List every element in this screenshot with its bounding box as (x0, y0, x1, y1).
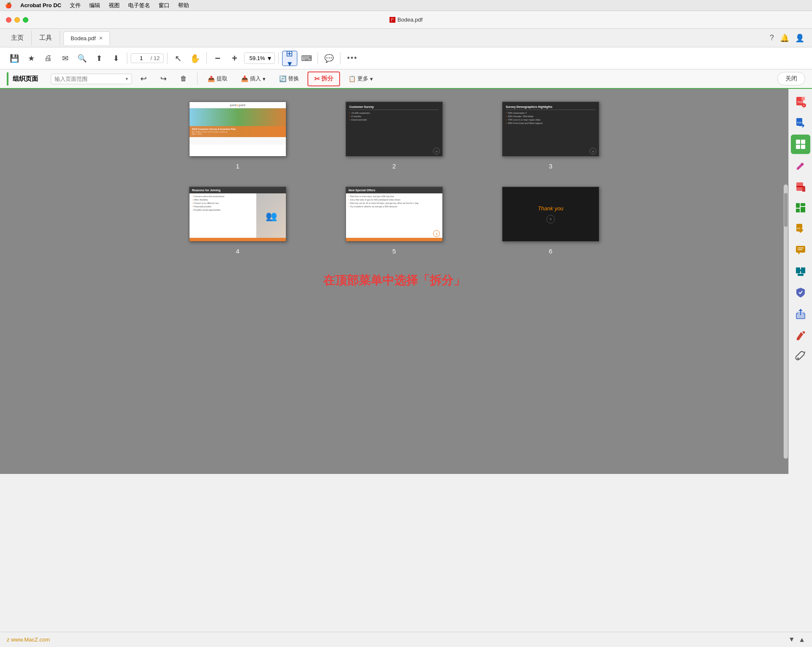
more-actions[interactable]: ••• (344, 52, 361, 64)
save-button[interactable]: 💾 (7, 51, 22, 66)
page-item-1[interactable]: point◎point 2018 Customer Survey & Incen… (170, 102, 305, 170)
tab-doc-label: Bodea.pdf (71, 35, 96, 41)
slide-4-item-5: Provides social opportunities (194, 209, 221, 211)
page-item-2[interactable]: Customer Survey •22,000 customers •6 mon… (326, 102, 462, 170)
page-item-6[interactable]: Thank you ⊕ 6 (483, 187, 618, 255)
slide-2-title: Customer Survey (349, 105, 439, 110)
replace-button[interactable]: 🔄 替换 (274, 72, 304, 85)
menu-view[interactable]: 视图 (109, 2, 120, 9)
separator-7 (197, 73, 198, 85)
apple-menu[interactable]: 🍎 (5, 2, 12, 8)
pdf-viewport[interactable]: point◎point 2018 Customer Survey & Incen… (0, 89, 788, 474)
more-dropdown-icon: ▾ (370, 76, 373, 82)
menu-window[interactable]: 窗口 (159, 2, 170, 9)
sidebar-tools[interactable] (791, 346, 810, 366)
tab-close-button[interactable]: ✕ (99, 36, 103, 41)
sidebar-pdf-create[interactable]: PDF+ (791, 92, 810, 112)
svg-rect-11 (801, 145, 805, 149)
page-range-field[interactable] (55, 76, 126, 82)
page-range-input[interactable]: ▾ (51, 74, 132, 84)
more-button[interactable]: 📋 更多 ▾ (343, 72, 378, 85)
comment-button[interactable]: 💬 (321, 51, 337, 66)
print-button[interactable]: 🖨 (41, 51, 56, 66)
minimize-button[interactable] (14, 17, 20, 22)
bookmark-button[interactable]: ★ (24, 51, 39, 66)
slide-4-item-4: Financially prudent (194, 205, 211, 208)
download-button[interactable]: ⬇ (108, 51, 123, 66)
page-thumb-6: Thank you ⊕ (502, 187, 599, 242)
sidebar-export-pdf[interactable]: PDF (791, 113, 810, 133)
slide-3-title: Survey Demographics Highlights (506, 105, 595, 110)
separator-5 (318, 52, 318, 64)
page-item-4[interactable]: Reasons for Joining •Concerns about the … (170, 187, 305, 255)
sidebar-combine[interactable] (791, 262, 810, 281)
close-button[interactable] (6, 17, 11, 22)
split-button[interactable]: ✂ 拆分 (307, 72, 340, 86)
cursor-tool[interactable]: ↖ (171, 51, 186, 66)
right-sidebar: PDF+ PDF PDF (788, 89, 812, 474)
svg-marker-24 (798, 253, 800, 255)
menu-file[interactable]: 文件 (70, 2, 81, 9)
tab-tools[interactable]: 工具 (32, 30, 60, 45)
sidebar-fill-sign[interactable] (791, 325, 810, 344)
page-item-5[interactable]: New Special Offers •Rent four or more da… (326, 187, 462, 255)
redo-button[interactable]: ↪ (155, 72, 172, 86)
slide-5-item-2: Get a free tank of gas for 500 point2poi… (350, 198, 401, 201)
tab-home[interactable]: 主页 (3, 30, 32, 45)
insert-icon: 📥 (241, 75, 248, 82)
nav-next[interactable]: ▲ (798, 636, 805, 644)
hand-tool[interactable]: ✋ (188, 51, 203, 66)
menu-edit[interactable]: 编辑 (89, 2, 100, 9)
maximize-button[interactable] (23, 17, 28, 22)
notification-icon[interactable]: 🔔 (780, 33, 789, 43)
zoom-dropdown-icon: ▾ (268, 54, 271, 62)
insert-button[interactable]: 📥 插入 ▾ (236, 72, 271, 85)
sidebar-organize-pages[interactable] (791, 135, 810, 154)
current-page-input[interactable] (134, 55, 148, 61)
sidebar-scan[interactable] (791, 177, 810, 196)
zoom-in-button[interactable]: + (227, 51, 242, 66)
separator-1 (127, 52, 127, 64)
delete-button[interactable]: 🗑 (175, 72, 192, 85)
svg-rect-16 (796, 203, 800, 208)
keyboard-shortcut-button[interactable]: ⌨ (299, 51, 314, 66)
separator-4 (278, 52, 279, 64)
page-thumb-5: New Special Offers •Rent four or more da… (346, 187, 443, 242)
tab-document[interactable]: Bodea.pdf ✕ (63, 31, 110, 45)
sidebar-organize2[interactable] (791, 198, 810, 218)
search-button[interactable]: 🔍 (74, 51, 90, 66)
close-organize-button[interactable]: 关闭 (777, 72, 805, 85)
upload-button[interactable]: ⬆ (91, 51, 107, 66)
menu-help[interactable]: 帮助 (178, 2, 189, 9)
nav-prev[interactable]: ▲ (788, 636, 795, 644)
email-button[interactable]: ✉ (58, 51, 73, 66)
scroll-thumb[interactable] (784, 193, 787, 227)
sidebar-export[interactable]: PDF (791, 219, 810, 239)
svg-rect-23 (796, 246, 805, 253)
slide-5-title: New Special Offers (346, 187, 442, 193)
sidebar-share[interactable] (791, 304, 810, 323)
status-bar: z www.MacZ.com ▲ ▲ (0, 632, 812, 647)
extract-button[interactable]: 📤 提取 (203, 72, 233, 85)
page-item-3[interactable]: Survey Demographics Highlights •55% Gene… (483, 102, 618, 170)
zoom-level-selector[interactable]: 59.1% ▾ (244, 52, 275, 64)
watermark-text: z www.MacZ.com (7, 636, 50, 643)
sidebar-protect[interactable] (791, 283, 810, 302)
sidebar-comment[interactable] (791, 240, 810, 260)
account-icon[interactable]: 👤 (795, 33, 804, 43)
svg-rect-10 (796, 145, 800, 149)
page-number-4: 4 (236, 248, 239, 255)
svg-text:PDF: PDF (798, 101, 804, 104)
undo-button[interactable]: ↩ (135, 72, 152, 86)
svg-point-36 (797, 358, 799, 359)
help-icon[interactable]: ? (770, 33, 774, 43)
slide-5-item-3: Rent any car for 10 or more full days, a… (350, 202, 419, 204)
menu-acrobat[interactable]: Acrobat Pro DC (20, 2, 61, 8)
slide-4-item-1: Concerns about the environment (194, 195, 225, 198)
toolbar: 💾 ★ 🖨 ✉ 🔍 ⬆ ⬇ / 12 ↖ ✋ − + 59.1% ▾ ⊞ ▾ ⌨… (0, 47, 812, 69)
fit-page-button[interactable]: ⊞ ▾ (282, 51, 297, 66)
zoom-out-button[interactable]: − (210, 51, 225, 66)
scroll-bar[interactable] (784, 184, 788, 459)
menu-esign[interactable]: 电子签名 (128, 2, 150, 9)
sidebar-edit-pdf[interactable] (791, 156, 810, 175)
